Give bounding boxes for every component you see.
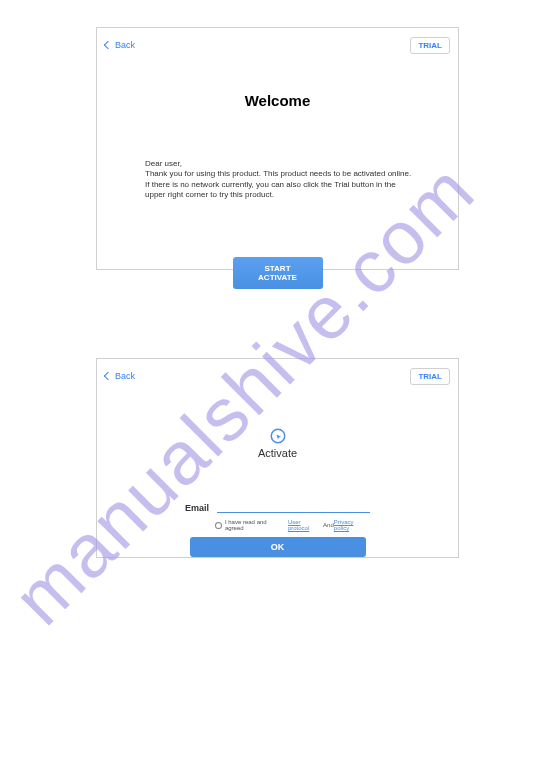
and-text: And [323,522,334,528]
email-label: Email [185,503,209,513]
greeting-text: Dear user, [145,159,418,169]
welcome-panel: Back TRIAL Welcome Dear user, Thank you … [96,27,459,270]
agree-row: I have read and agreed User protocol And… [215,519,370,531]
trial-button[interactable]: TRIAL [410,368,450,385]
email-row: Email [185,499,370,513]
body-line2: If there is no network currently, you ca… [145,180,418,201]
agree-text: I have read and agreed [225,519,286,531]
back-button[interactable]: Back [105,371,135,381]
back-label: Back [115,371,135,381]
trial-button[interactable]: TRIAL [410,37,450,54]
back-label: Back [115,40,135,50]
activate-cursor-icon [269,427,287,445]
chevron-left-icon [104,372,112,380]
user-protocol-link[interactable]: User protocol [288,519,323,531]
start-activate-button[interactable]: START ACTIVATE [233,257,323,289]
panel1-header: Back TRIAL [97,28,458,56]
body-line1: Thank you for using this product. This p… [145,169,418,179]
back-button[interactable]: Back [105,40,135,50]
panel2-header: Back TRIAL [97,359,458,387]
agree-checkbox[interactable] [215,522,222,529]
privacy-policy-link[interactable]: Privacy policy [334,519,370,531]
activate-panel: Back TRIAL Activate Email I have read an… [96,358,459,558]
welcome-body: Dear user, Thank you for using this prod… [145,159,418,201]
ok-button[interactable]: OK [190,537,366,557]
email-input[interactable] [217,499,370,513]
welcome-title: Welcome [97,92,458,109]
activate-title: Activate [97,447,458,459]
chevron-left-icon [104,41,112,49]
